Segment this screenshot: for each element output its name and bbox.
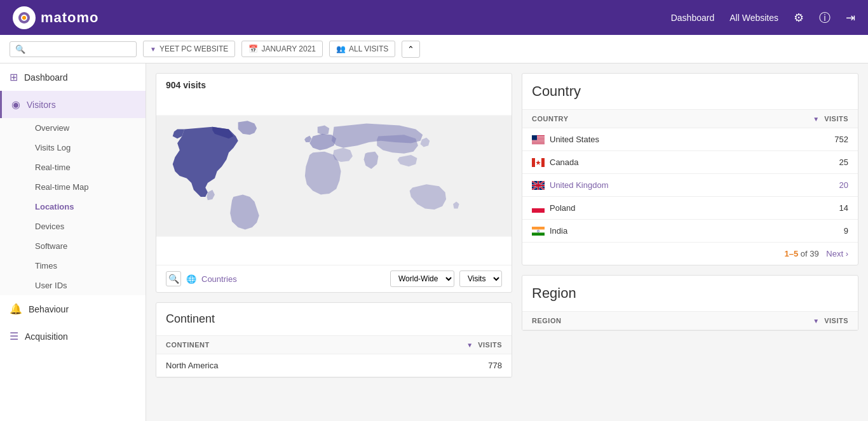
- continent-table-header: CONTINENT ▼ VISITS: [156, 336, 512, 354]
- continent-widget: Continent CONTINENT ▼ VISITS: [156, 302, 512, 378]
- sidebar-visitors-submenu: Overview Visits Log Real-time Real-time …: [0, 118, 146, 295]
- acquisition-icon: ☰: [10, 330, 18, 342]
- sidebar-item-software[interactable]: Software: [25, 236, 146, 256]
- website-selector[interactable]: ▼ YEET PC WEBSITE: [143, 41, 235, 57]
- sidebar-item-dashboard[interactable]: ⊞ Dashboard: [0, 63, 146, 91]
- logo-text: matomo: [41, 10, 99, 26]
- logout-icon[interactable]: ⇥: [846, 11, 855, 25]
- logo-icon: [13, 6, 36, 29]
- date-selector[interactable]: 📅 JANUARY 2021: [241, 41, 323, 57]
- pagination: 1–5 of 39 Next ›: [522, 243, 858, 265]
- sidebar: ⊞ Dashboard ◉ Visitors Overview Visits L…: [0, 63, 146, 421]
- map-svg-container: [156, 93, 512, 265]
- topnav-links: Dashboard All Websites ⚙ ⓘ ⇥: [671, 10, 855, 25]
- table-row: North America 778: [156, 354, 512, 377]
- visits-filter[interactable]: 👥 ALL VISITS: [329, 41, 395, 57]
- svg-rect-11: [532, 143, 545, 144]
- svg-rect-28: [532, 227, 545, 230]
- visits-log-label: Visits Log: [35, 143, 71, 152]
- times-label: Times: [35, 261, 57, 271]
- metric-select[interactable]: Visits: [459, 271, 502, 287]
- zoom-in-button[interactable]: 🔍: [166, 271, 181, 286]
- zoom-in-icon: 🔍: [168, 274, 179, 284]
- country-visits-ca: 25: [736, 151, 858, 174]
- table-row: Poland 14: [522, 197, 858, 220]
- help-icon[interactable]: ⓘ: [819, 10, 831, 25]
- chevron-up-icon: ⌃: [407, 44, 414, 54]
- country-widget: Country COUNTRY ▼ VISITS: [522, 73, 858, 265]
- svg-rect-10: [532, 142, 545, 142]
- sidebar-item-locations[interactable]: Locations: [25, 197, 146, 217]
- sidebar-item-visitors[interactable]: ◉ Visitors: [0, 91, 146, 118]
- country-name-ca: Canada: [522, 151, 736, 174]
- country-name-pl: Poland: [522, 197, 736, 220]
- region-title: Region: [522, 276, 858, 311]
- behaviour-icon: 🔔: [10, 303, 22, 315]
- countries-link[interactable]: Countries: [201, 274, 237, 284]
- content-right: Country COUNTRY ▼ VISITS: [522, 73, 858, 411]
- region-table: REGION ▼ VISITS: [522, 311, 858, 330]
- country-table: COUNTRY ▼ VISITS: [522, 109, 858, 243]
- collapse-button[interactable]: ⌃: [402, 41, 420, 58]
- flag-icon-in: [532, 227, 545, 236]
- visits-icon: 👥: [336, 44, 346, 53]
- world-map-svg: [156, 93, 512, 258]
- svg-rect-26: [532, 204, 545, 208]
- website-label: YEET PC WEBSITE: [159, 44, 228, 53]
- country-name-in: India: [522, 220, 736, 243]
- region-widget: Region REGION ▼ VISITS: [522, 275, 858, 331]
- continent-table: CONTINENT ▼ VISITS North America 778: [156, 335, 512, 377]
- flag-icon-ca: [532, 158, 545, 167]
- svg-rect-9: [532, 140, 545, 141]
- sidebar-section-main: ⊞ Dashboard ◉ Visitors Overview Visits L…: [0, 63, 146, 350]
- search-box[interactable]: 🔍: [10, 41, 137, 57]
- svg-rect-15: [541, 158, 545, 167]
- sidebar-item-realtime[interactable]: Real-time: [25, 157, 146, 177]
- sidebar-item-devices[interactable]: Devices: [25, 217, 146, 236]
- table-row: Canada 25: [522, 151, 858, 174]
- caret-icon: ▼: [150, 46, 156, 53]
- map-filter-controls: World-Wide Visits: [390, 271, 502, 287]
- sidebar-visitors-label: Visitors: [27, 100, 56, 110]
- pagination-current: 1–5: [784, 249, 800, 258]
- settings-icon[interactable]: ⚙: [794, 11, 804, 25]
- country-col-header: COUNTRY: [522, 110, 736, 128]
- devices-label: Devices: [35, 222, 64, 231]
- map-widget: 904 visits: [156, 73, 512, 293]
- sidebar-item-realtime-map[interactable]: Real-time Map: [25, 177, 146, 197]
- sidebar-item-behaviour[interactable]: 🔔 Behaviour: [0, 295, 146, 323]
- main-layout: ⊞ Dashboard ◉ Visitors Overview Visits L…: [0, 63, 868, 421]
- svg-rect-30: [532, 232, 545, 236]
- sidebar-item-visits-log[interactable]: Visits Log: [25, 138, 146, 157]
- svg-point-2: [22, 16, 26, 20]
- country-name-uk: United Kingdom: [522, 174, 736, 197]
- table-row: United States 752: [522, 128, 858, 151]
- realtime-label: Real-time: [35, 163, 71, 172]
- pagination-total: of 39: [801, 249, 819, 258]
- sidebar-item-times[interactable]: Times: [25, 256, 146, 276]
- sidebar-item-userids[interactable]: User IDs: [25, 276, 146, 295]
- region-visits-col-header: ▼ VISITS: [681, 312, 858, 330]
- grid-icon: ⊞: [10, 71, 18, 83]
- svg-rect-27: [532, 208, 545, 213]
- search-input[interactable]: [25, 44, 131, 54]
- all-websites-link[interactable]: All Websites: [729, 13, 778, 23]
- toolbar: 🔍 ▼ YEET PC WEBSITE 📅 JANUARY 2021 👥 ALL…: [0, 35, 868, 63]
- pagination-next[interactable]: Next ›: [826, 249, 848, 258]
- sort-arrow-region: ▼: [813, 317, 819, 324]
- software-label: Software: [35, 241, 67, 251]
- sidebar-item-acquisition[interactable]: ☰ Acquisition: [0, 323, 146, 350]
- sidebar-item-overview[interactable]: Overview: [25, 118, 146, 138]
- dashboard-link[interactable]: Dashboard: [671, 13, 715, 23]
- country-visits-col-header: ▼ VISITS: [736, 110, 858, 128]
- region-select[interactable]: World-Wide: [390, 271, 454, 287]
- overview-label: Overview: [35, 123, 69, 133]
- country-visits-us: 752: [736, 128, 858, 151]
- globe-icon: 🌐: [186, 274, 196, 284]
- sort-arrow: ▼: [466, 342, 473, 349]
- flag-icon-uk: [532, 181, 545, 190]
- continent-title: Continent: [156, 303, 512, 335]
- sort-arrow-country: ▼: [813, 116, 819, 123]
- sidebar-acquisition-label: Acquisition: [25, 331, 68, 342]
- table-row: India 9: [522, 220, 858, 243]
